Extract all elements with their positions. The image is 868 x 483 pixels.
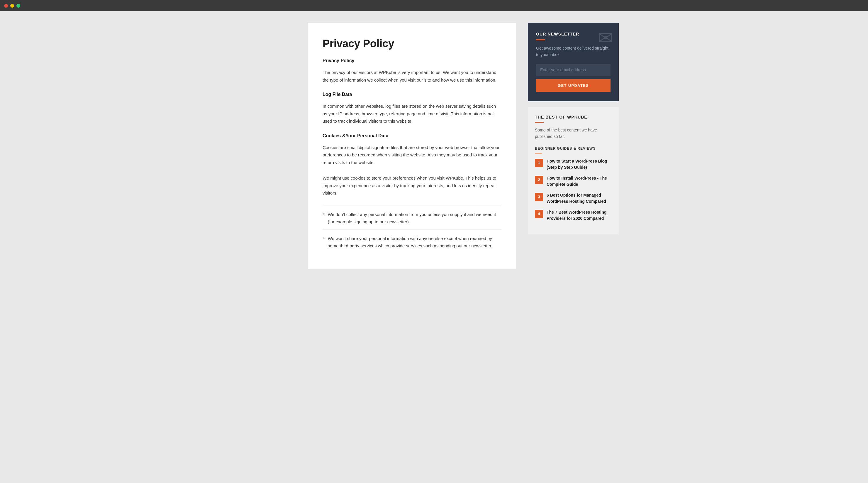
article-title: 6 Best Options for Managed WordPress Hos… — [547, 192, 612, 204]
section2-heading: Log File Data — [322, 92, 501, 97]
list-divider-2 — [322, 229, 501, 229]
section3-body2: We might use cookies to store your prefe… — [322, 174, 501, 197]
sidebar-right: ✉ OUR NEWSLETTER Get awesome content del… — [528, 23, 619, 234]
beginner-guides-label: BEGINNER GUIDES & REVIEWS — [535, 146, 612, 150]
list-item-text-1: We don’t collect any personal informatio… — [328, 211, 501, 226]
article-title: How to Start a WordPress Blog (Step by S… — [547, 158, 612, 170]
section3-body: Cookies are small digital signature file… — [322, 144, 501, 166]
page-wrapper: Privacy Policy Privacy Policy The privac… — [243, 11, 625, 483]
article-item[interactable]: 4The 7 Best WordPress Hosting Providers … — [535, 209, 612, 222]
list-arrow-icon: » — [322, 235, 325, 240]
list-arrow-icon: » — [322, 211, 325, 216]
article-number: 1 — [535, 159, 543, 167]
article-number: 3 — [535, 193, 543, 201]
list-item: » We won’t share your personal informati… — [322, 235, 501, 250]
newsletter-icon: ✉ — [598, 28, 613, 48]
minimize-dot[interactable] — [10, 4, 14, 8]
bestof-underline — [535, 122, 544, 123]
title-bar — [0, 0, 868, 11]
article-item[interactable]: 1How to Start a WordPress Blog (Step by … — [535, 158, 612, 170]
bestof-description: Some of the best content we have publish… — [535, 127, 612, 140]
article-title: How to Install WordPress - The Complete … — [547, 175, 612, 188]
main-content: Privacy Policy Privacy Policy The privac… — [308, 23, 516, 269]
page-title: Privacy Policy — [322, 37, 501, 50]
article-number: 4 — [535, 210, 543, 218]
section2-body: In common with other websites, log files… — [322, 103, 501, 125]
close-dot[interactable] — [4, 4, 8, 8]
list-divider-1 — [322, 205, 501, 205]
fullscreen-dot[interactable] — [17, 4, 20, 8]
newsletter-underline — [536, 39, 545, 40]
section1-body: The privacy of our visitors at WPKube is… — [322, 69, 501, 84]
articles-list: 1How to Start a WordPress Blog (Step by … — [535, 158, 612, 222]
article-item[interactable]: 36 Best Options for Managed WordPress Ho… — [535, 192, 612, 204]
email-input[interactable] — [536, 64, 611, 76]
section3-heading: Cookies &Your Personal Data — [322, 133, 501, 139]
section1-heading: Privacy Policy — [322, 58, 501, 63]
article-number: 2 — [535, 176, 543, 184]
browser-content: Privacy Policy Privacy Policy The privac… — [0, 11, 868, 483]
article-item[interactable]: 2How to Install WordPress - The Complete… — [535, 175, 612, 188]
newsletter-widget: ✉ OUR NEWSLETTER Get awesome content del… — [528, 23, 619, 101]
list-item-text-2: We won’t share your personal information… — [328, 235, 501, 250]
section-label-underline — [535, 153, 542, 153]
bestof-widget: THE BEST OF WPKUBE Some of the best cont… — [528, 107, 619, 234]
list-item: » We don’t collect any personal informat… — [322, 211, 501, 226]
article-title: The 7 Best WordPress Hosting Providers f… — [547, 209, 612, 222]
bestof-title: THE BEST OF WPKUBE — [535, 115, 612, 119]
get-updates-button[interactable]: GET UPDATES — [536, 79, 611, 92]
